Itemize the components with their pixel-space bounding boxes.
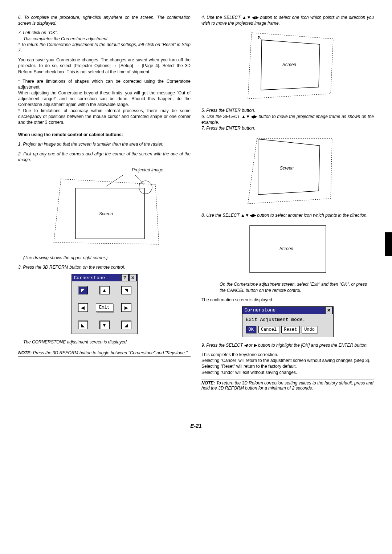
arrow-bottom[interactable]: ▼ — [99, 321, 110, 329]
svg-point-4 — [139, 181, 152, 194]
cancel-button[interactable]: Cancel — [258, 326, 279, 333]
arrow-left[interactable]: ◀ — [78, 303, 88, 312]
screen-label-r3: Screen — [279, 246, 293, 251]
diagram-trapezoid-2: Screen — [201, 135, 374, 207]
exit-button[interactable]: Exit — [96, 303, 113, 312]
sel-reset: Selecting "Reset" will return to the fac… — [201, 363, 374, 369]
screen-label-r1: Screen — [282, 62, 296, 67]
ok-button[interactable]: OK — [246, 326, 256, 333]
note-2-text: To return the 3D Reform correction setti… — [201, 380, 373, 391]
step-9: 9. Press the SELECT ◀ or ▶ button to hig… — [201, 342, 374, 348]
osd2-close-icon[interactable]: ✕ — [325, 307, 332, 314]
step-8: 8. Use the SELECT ▲▼◀▶ button to select … — [201, 212, 374, 218]
exit-advice: On the Cornerstone adjustment screen, se… — [201, 281, 374, 293]
arrow-right[interactable]: ▶ — [121, 303, 131, 312]
diagram-trapezoid-1: Screen — [201, 30, 374, 102]
osd-caption: The CORNERSTONE adjustment screen is dis… — [18, 339, 191, 345]
arrow-bottom-right[interactable]: ◢ — [121, 321, 131, 329]
remote-heading: When using the remote control or cabinet… — [18, 132, 191, 138]
step-6r: 6. Use the SELECT ▲▼◀▶ button to move th… — [201, 114, 374, 125]
exit-dialog: Cornerstone ✕ Exit Adjustment mode. OK C… — [201, 306, 374, 337]
osd2-message: Exit Adjustment mode. — [246, 317, 330, 322]
remote-step-3: 3. Press the 3D REFORM button on the rem… — [18, 264, 191, 270]
reset-button[interactable]: Reset — [281, 326, 299, 333]
arrow-top-left[interactable]: ◤ — [78, 286, 88, 294]
drawing-caption: (The drawing shows the upper right corne… — [18, 255, 191, 261]
note-1-text: Press the 3D REFORM button to toggle bet… — [32, 350, 187, 355]
two-column-layout: 6. To complete the procedure, right-clic… — [18, 15, 374, 397]
sel-cancel: Selecting "Cancel" will return to the ad… — [201, 358, 374, 363]
osd-titlebar: Cornerstone ? ✕ — [72, 274, 137, 281]
undo-button[interactable]: Undo — [302, 326, 317, 333]
svg-line-0 — [106, 175, 123, 186]
limitation-2: When adjusting the Cornerstone beyond th… — [18, 90, 191, 108]
sel-undo: Selecting "Undo" will exit without savin… — [201, 370, 374, 375]
osd2-titlebar: Cornerstone ✕ — [242, 307, 333, 314]
confirmation-text: The confirmation screen is displayed. — [201, 297, 374, 303]
arrow-top[interactable]: ▲ — [99, 286, 110, 294]
screen-label: Screen — [99, 211, 113, 216]
help-icon[interactable]: ? — [121, 274, 128, 281]
edge-tab — [385, 232, 392, 256]
step-7r: 7. Press the ENTER button. — [201, 125, 374, 131]
note-1: NOTE: Press the 3D REFORM button to togg… — [18, 349, 191, 357]
osd-title-text: Cornerstone — [72, 274, 121, 281]
step-7b: This completes the Cornerstone adjustmen… — [18, 36, 191, 42]
step-4: 4. Use the SELECT ▲▼◀▶ button to select … — [201, 15, 374, 26]
osd2-title-text: Cornerstone — [242, 307, 325, 314]
screen-label-r2: Screen — [280, 166, 294, 171]
step-7a: 7. Left-click on "OK". — [18, 30, 191, 36]
save-note: You can save your Cornerstone changes. T… — [18, 57, 191, 75]
limitation-1: * There are limitations of shapes which … — [18, 78, 191, 90]
step-7c: * To return the Cornerstone adjustment t… — [18, 42, 191, 53]
remote-step-1: 1. Project an image so that the screen i… — [18, 141, 191, 147]
step-5: 5. Press the ENTER button. — [201, 107, 374, 113]
arrow-top-right[interactable]: ◥ — [121, 286, 131, 294]
projected-image-diagram: Projected image Screen — [18, 166, 191, 250]
page-number: E-21 — [18, 423, 374, 429]
done-text: This completes the keystone correction. — [201, 352, 374, 358]
projected-image-label: Projected image — [132, 167, 163, 172]
step-6: 6. To complete the procedure, right-clic… — [18, 15, 191, 26]
note-2-label: NOTE: — [201, 380, 215, 386]
close-icon[interactable]: ✕ — [129, 274, 136, 281]
note-label: NOTE: — [18, 350, 32, 355]
diagram-rect: Screen — [201, 222, 374, 276]
right-column: 4. Use the SELECT ▲▼◀▶ button to select … — [201, 15, 374, 397]
cornerstone-osd: Cornerstone ? ✕ ◤ ▲ ◥ ◀ Exit ▶ ◣ ▼ ◢ — [18, 274, 191, 334]
remote-step-2: 2. Pick up any one of the corners and al… — [18, 151, 191, 163]
left-column: 6. To complete the procedure, right-clic… — [18, 15, 191, 397]
arrow-bottom-left[interactable]: ◣ — [78, 321, 88, 329]
note-2: NOTE: To return the 3D Reform correction… — [201, 379, 374, 392]
limitation-3: * Due to limitations of accuracy within … — [18, 108, 191, 126]
